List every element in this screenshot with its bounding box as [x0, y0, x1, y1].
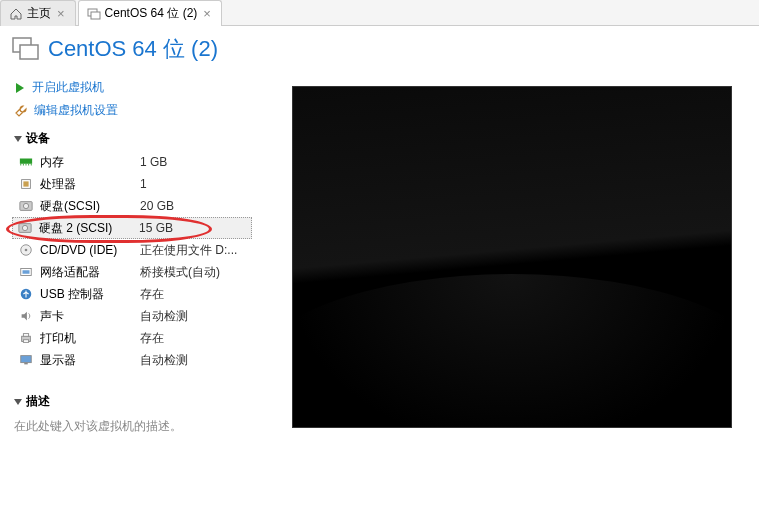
tab-vm-label: CentOS 64 位 (2): [105, 5, 198, 22]
svg-rect-4: [20, 159, 32, 164]
vm-title-icon: [12, 37, 40, 61]
disk-icon: [17, 221, 33, 235]
device-value: 20 GB: [140, 199, 174, 213]
vm-preview[interactable]: [292, 86, 732, 428]
device-row[interactable]: 内存1 GB: [14, 151, 252, 173]
memory-icon: [18, 155, 34, 169]
svg-rect-6: [23, 181, 28, 186]
power-on-link[interactable]: 开启此虚拟机: [14, 76, 252, 99]
device-name: 处理器: [40, 176, 140, 193]
title-row: CentOS 64 位 (2): [0, 26, 759, 72]
page-title: CentOS 64 位 (2): [48, 34, 218, 64]
disk-icon: [18, 199, 34, 213]
usb-icon: [18, 287, 34, 301]
device-name: 硬盘(SCSI): [40, 198, 140, 215]
vm-icon: [87, 8, 101, 20]
device-value: 15 GB: [139, 221, 173, 235]
sound-icon: [18, 309, 34, 323]
description-header-label: 描述: [26, 393, 50, 410]
device-row[interactable]: 显示器自动检测: [14, 349, 252, 371]
svg-rect-19: [21, 356, 32, 363]
tab-home[interactable]: 主页 ×: [0, 0, 76, 26]
device-value: 正在使用文件 D:...: [140, 242, 237, 259]
cpu-icon: [18, 177, 34, 191]
device-name: 内存: [40, 154, 140, 171]
device-name: 声卡: [40, 308, 140, 325]
device-row[interactable]: 网络适配器桥接模式(自动): [14, 261, 252, 283]
description-header[interactable]: 描述: [14, 385, 252, 414]
devices-header[interactable]: 设备: [14, 122, 252, 151]
device-row[interactable]: CD/DVD (IDE)正在使用文件 D:...: [14, 239, 252, 261]
left-panel: 开启此虚拟机 编辑虚拟机设置 设备 内存1 GB处理器1硬盘(SCSI)20 G…: [0, 72, 262, 443]
svg-rect-3: [20, 45, 38, 59]
device-row[interactable]: 打印机存在: [14, 327, 252, 349]
tab-home-label: 主页: [27, 5, 51, 22]
device-name: 网络适配器: [40, 264, 140, 281]
device-value: 自动检测: [140, 352, 188, 369]
cd-icon: [18, 243, 34, 257]
wrench-icon: [14, 104, 28, 118]
svg-rect-17: [23, 334, 28, 337]
printer-icon: [18, 331, 34, 345]
close-icon[interactable]: ×: [55, 6, 67, 21]
play-icon: [14, 82, 26, 94]
display-icon: [18, 353, 34, 367]
device-row[interactable]: 硬盘 2 (SCSI)15 GB: [12, 217, 252, 239]
device-name: 打印机: [40, 330, 140, 347]
device-value: 1 GB: [140, 155, 167, 169]
device-name: CD/DVD (IDE): [40, 243, 140, 257]
svg-point-10: [22, 225, 27, 230]
tab-bar: 主页 × CentOS 64 位 (2) ×: [0, 0, 759, 26]
svg-point-8: [23, 203, 28, 208]
device-row[interactable]: 硬盘(SCSI)20 GB: [14, 195, 252, 217]
right-panel: [262, 72, 759, 443]
device-name: USB 控制器: [40, 286, 140, 303]
description-placeholder[interactable]: 在此处键入对该虚拟机的描述。: [14, 414, 252, 439]
svg-rect-1: [91, 12, 100, 19]
edit-settings-label: 编辑虚拟机设置: [34, 102, 118, 119]
device-value: 桥接模式(自动): [140, 264, 220, 281]
device-name: 硬盘 2 (SCSI): [39, 220, 139, 237]
svg-rect-20: [24, 363, 28, 365]
device-value: 存在: [140, 330, 164, 347]
device-value: 存在: [140, 286, 164, 303]
caret-down-icon: [14, 399, 22, 405]
device-row[interactable]: USB 控制器存在: [14, 283, 252, 305]
svg-rect-14: [23, 270, 30, 274]
device-row[interactable]: 声卡自动检测: [14, 305, 252, 327]
svg-rect-18: [23, 340, 28, 343]
caret-down-icon: [14, 136, 22, 142]
close-icon[interactable]: ×: [201, 6, 213, 21]
devices-list: 内存1 GB处理器1硬盘(SCSI)20 GB硬盘 2 (SCSI)15 GBC…: [14, 151, 252, 371]
tab-vm[interactable]: CentOS 64 位 (2) ×: [78, 0, 222, 26]
device-value: 自动检测: [140, 308, 188, 325]
device-row[interactable]: 处理器1: [14, 173, 252, 195]
home-icon: [9, 7, 23, 21]
device-value: 1: [140, 177, 147, 191]
network-icon: [18, 265, 34, 279]
device-name: 显示器: [40, 352, 140, 369]
edit-settings-link[interactable]: 编辑虚拟机设置: [14, 99, 252, 122]
devices-header-label: 设备: [26, 130, 50, 147]
svg-point-12: [25, 249, 28, 252]
power-on-label: 开启此虚拟机: [32, 79, 104, 96]
